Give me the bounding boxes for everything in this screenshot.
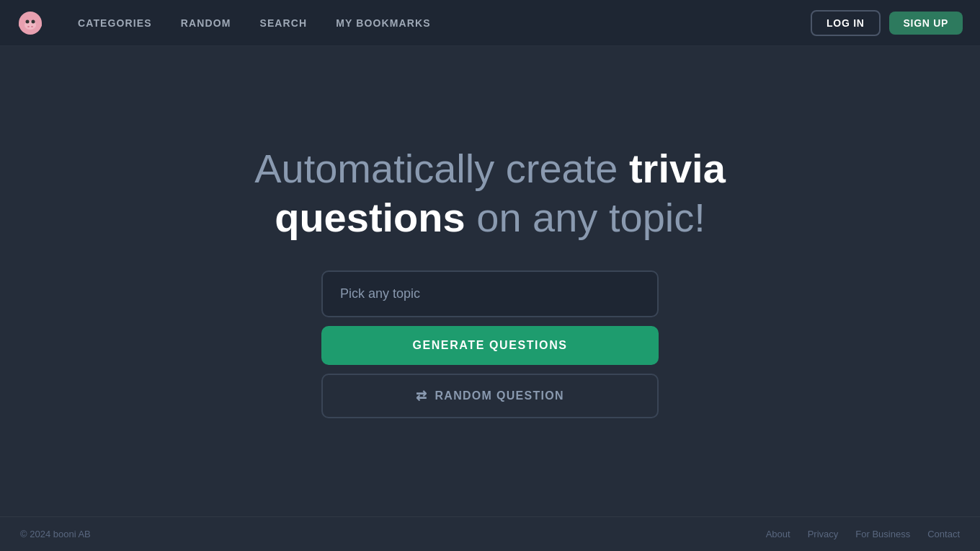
nav-search[interactable]: SEARCH: [248, 12, 318, 35]
nav-categories[interactable]: CATEGORIES: [66, 12, 164, 35]
footer-contact[interactable]: Contact: [927, 529, 960, 539]
logo[interactable]: [17, 10, 43, 36]
topic-input[interactable]: [321, 270, 659, 317]
footer-privacy[interactable]: Privacy: [808, 529, 839, 539]
hero-line2-normal: on any topic!: [466, 195, 705, 240]
signup-button[interactable]: SIGN UP: [889, 12, 963, 35]
login-button[interactable]: LOG IN: [811, 10, 880, 36]
svg-point-4: [27, 26, 30, 27]
svg-point-3: [32, 19, 35, 23]
footer-copyright: © 2024 booni AB: [20, 529, 91, 539]
topic-input-container: [321, 270, 659, 317]
main-content: Automatically create trivia questions on…: [0, 46, 980, 516]
navbar: CATEGORIES RANDOM SEARCH MY BOOKMARKS LO…: [0, 0, 980, 46]
footer-business[interactable]: For Business: [855, 529, 910, 539]
generate-button[interactable]: GENERATE QUESTIONS: [321, 326, 659, 365]
nav-bookmarks[interactable]: MY BOOKMARKS: [324, 12, 442, 35]
nav-links: CATEGORIES RANDOM SEARCH MY BOOKMARKS: [66, 12, 811, 35]
footer-about[interactable]: About: [766, 529, 790, 539]
hero-title: Automatically create trivia questions on…: [254, 144, 726, 241]
svg-point-2: [26, 19, 30, 23]
hero-line2-bold: questions: [275, 195, 465, 240]
footer-links: About Privacy For Business Contact: [766, 529, 960, 539]
hero-line1-bold: trivia: [629, 146, 726, 191]
random-button-label: RANDOM QUESTION: [435, 389, 564, 402]
nav-random[interactable]: RANDOM: [169, 12, 243, 35]
nav-actions: LOG IN SIGN UP: [811, 10, 963, 36]
hero-line1-normal: Automatically create: [254, 146, 629, 191]
footer: © 2024 booni AB About Privacy For Busine…: [0, 516, 980, 551]
svg-point-5: [31, 26, 33, 27]
svg-point-6: [19, 22, 23, 27]
svg-point-7: [37, 22, 42, 27]
shuffle-icon: ⇄: [416, 388, 427, 404]
random-button[interactable]: ⇄ RANDOM QUESTION: [321, 374, 659, 418]
